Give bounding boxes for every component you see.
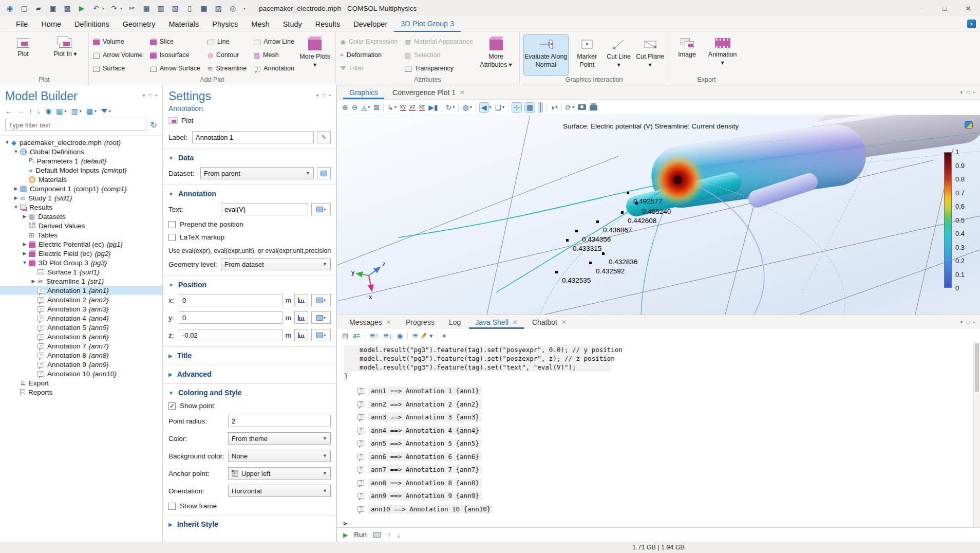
tree-item-surface-1[interactable]: Surface 1{surf1}	[0, 267, 162, 276]
menu-home[interactable]: Home	[34, 16, 68, 32]
move-down-icon[interactable]: ↓	[37, 107, 41, 115]
tree-item-export[interactable]: ⇊Export	[0, 378, 162, 388]
view-xz-button[interactable]: xz	[419, 103, 425, 111]
show-frame-checkbox[interactable]	[168, 503, 176, 510]
tree-item-annotation-4[interactable]: Annotation 4{ann4}	[0, 314, 162, 323]
cut-line-button[interactable]: Cut Line ▾	[606, 35, 632, 75]
expander-icon[interactable]: ▼	[21, 260, 29, 265]
more-attributes-button[interactable]: More Attributes ▾	[477, 35, 515, 75]
tree-item-study-1[interactable]: ▶∞Study 1{std1}	[0, 193, 162, 202]
move-up-icon[interactable]: ↑	[29, 107, 32, 115]
expander-icon[interactable]: ▼	[12, 149, 20, 154]
panel-pin-icon[interactable]: ▪	[973, 319, 975, 325]
section-annotation[interactable]: ▼Annotation	[163, 185, 336, 200]
expander-icon[interactable]: ▼	[12, 205, 20, 210]
run-button[interactable]: Run	[354, 531, 367, 539]
annotation-text-field[interactable]	[221, 203, 308, 215]
show-point-checkbox[interactable]	[168, 402, 176, 410]
copy-output-icon[interactable]: ▤	[342, 332, 348, 340]
rename-button[interactable]: ✎	[317, 131, 331, 143]
expander-icon[interactable]: ▶	[21, 251, 29, 256]
clear-console-icon[interactable]	[421, 333, 426, 339]
zoom-box-icon[interactable]: ◬	[361, 103, 367, 112]
tree-item-tables[interactable]: ⊞Tables	[0, 230, 162, 239]
tree-item-annotation-8[interactable]: Annotation 8{ann8}	[0, 351, 162, 360]
tree-item-annotation-3[interactable]: Annotation 3{ann3}	[0, 304, 162, 314]
cut-plane-button[interactable]: Cut Plane ▾	[636, 35, 665, 75]
cut-icon[interactable]: ✂	[127, 4, 137, 12]
word-wrap-icon[interactable]: ≣	[412, 332, 418, 340]
dataset-select[interactable]: From parent▼	[200, 167, 314, 179]
panel-menu-icon[interactable]: ▾	[316, 93, 318, 98]
expander-icon[interactable]: ▶	[12, 186, 20, 191]
deformation-button[interactable]: ≈Deformation	[340, 51, 398, 59]
view-yz-button[interactable]: yz	[409, 103, 416, 111]
section-coloring-and-style[interactable]: ▼Coloring and Style	[163, 383, 336, 399]
plot-button[interactable]: Plot	[4, 35, 42, 75]
anchor-point-select[interactable]: Upper left▼	[228, 467, 331, 480]
menu-physics[interactable]: Physics	[205, 16, 244, 32]
add-slice-button[interactable]: Slice	[150, 38, 200, 45]
add-line-button[interactable]: Line	[208, 38, 247, 45]
back-icon[interactable]: ←	[5, 107, 12, 115]
console-scrollbar[interactable]	[973, 342, 980, 527]
prepend-position-checkbox[interactable]	[168, 221, 176, 228]
expander-icon[interactable]: ▶	[21, 214, 29, 219]
save-icon[interactable]: ▣	[48, 4, 58, 12]
expander-icon[interactable]: ▶	[12, 195, 20, 200]
shell-prompt[interactable]: >	[337, 515, 980, 527]
show-grid-toggle-icon[interactable]: ▦	[525, 103, 535, 112]
show-icon[interactable]: ◉	[45, 107, 51, 115]
redo-icon[interactable]: ↷	[109, 4, 119, 12]
tree-item-datasets[interactable]: ▶▦Datasets	[0, 212, 162, 221]
expander-icon[interactable]: ▶	[21, 242, 29, 247]
expand-all-icon[interactable]: ▥	[71, 107, 78, 115]
tab-progress[interactable]: Progress	[400, 316, 441, 329]
orientation-select[interactable]: Horizontal▼	[228, 485, 331, 497]
panel-float-icon[interactable]: □	[966, 319, 969, 325]
tree-item-annotation-1[interactable]: Annotation 1{ann1}	[0, 286, 162, 295]
close-tab-icon[interactable]: ✕	[386, 319, 391, 326]
export-animation-button[interactable]: Animation▾	[705, 35, 740, 75]
label-field[interactable]	[192, 131, 314, 143]
scroll-to-bottom-icon[interactable]: ≣↓	[383, 332, 392, 340]
tree-item-streamline-1[interactable]: ▶≋Streamline 1{str1}	[0, 276, 162, 286]
copy-icon[interactable]: ▤	[142, 4, 151, 12]
clear-dropdown-icon[interactable]: ▾	[429, 332, 433, 340]
expander-icon[interactable]: ▼	[3, 140, 11, 145]
maximize-button[interactable]: □	[933, 0, 956, 16]
plot-in-button[interactable]: Plot In ▾	[46, 35, 84, 75]
panel-menu-icon[interactable]: ▾	[142, 93, 145, 98]
command-history-icon[interactable]	[373, 532, 381, 538]
y-range-button[interactable]	[294, 311, 308, 324]
save-as-icon[interactable]: ▩	[63, 4, 72, 12]
close-tab-icon[interactable]: ✕	[460, 89, 465, 96]
color-select[interactable]: From theme▼	[228, 432, 331, 445]
add-arrow-line-button[interactable]: Arrow Line	[254, 38, 294, 45]
tree-item-materials[interactable]: Materials	[0, 175, 162, 184]
edit-dataset-button[interactable]	[317, 167, 331, 179]
collapse-all-icon[interactable]: ▤	[56, 107, 63, 115]
menu-file[interactable]: File	[9, 16, 34, 32]
add-streamline-button[interactable]: ≋Streamline	[208, 65, 247, 72]
menu-geometry[interactable]: Geometry	[116, 16, 162, 32]
add-mesh-button[interactable]: ▨Mesh	[254, 51, 294, 59]
panel-menu-icon[interactable]: ▾	[960, 89, 963, 95]
tab-chatbot[interactable]: Chatbot✕	[526, 316, 573, 329]
tree-item-reports[interactable]: Reports	[0, 388, 162, 397]
tree-item-annotation-6[interactable]: Annotation 6{ann6}	[0, 332, 162, 341]
panel-pin-icon[interactable]: ▪	[329, 93, 331, 98]
tab-convergence-plot-1[interactable]: Convergence Plot 1✕	[386, 86, 471, 99]
tree-item-annotation-7[interactable]: Annotation 7{ann7}	[0, 341, 162, 351]
duplicate-icon[interactable]: ▧	[171, 4, 180, 12]
panel-pin-icon[interactable]: ▪	[155, 93, 157, 98]
menu-mesh[interactable]: Mesh	[244, 16, 276, 32]
tree-item-annotation-10[interactable]: Annotation 10{ann10}	[0, 369, 162, 378]
expression-menu-button[interactable]: ▾	[311, 203, 331, 215]
previous-command-icon[interactable]: ↑	[387, 531, 391, 539]
tree-item-electric-potential[interactable]: ▶Electric Potential (ec){pg1}	[0, 239, 162, 249]
add-arrow-surface-button[interactable]: Arrow Surface	[150, 65, 200, 72]
menu-materials[interactable]: Materials	[162, 16, 205, 32]
panel-menu-icon[interactable]: ▾	[960, 319, 963, 325]
panel-float-icon[interactable]: □	[966, 89, 969, 95]
